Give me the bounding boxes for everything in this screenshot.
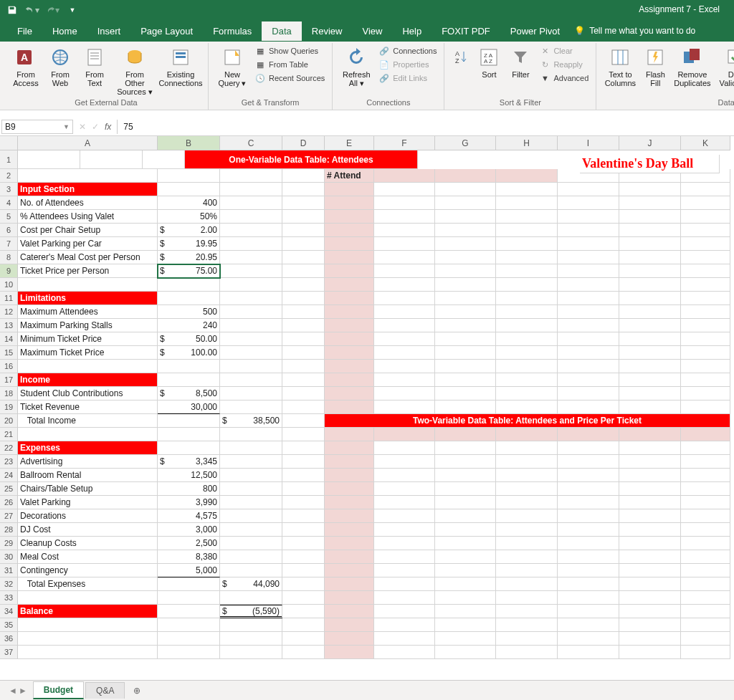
cell-A14[interactable]: Minimum Ticket Price [18, 332, 158, 346]
cell-E34[interactable] [325, 605, 374, 618]
cell-F21[interactable] [374, 428, 435, 441]
cell-H21[interactable] [496, 428, 558, 441]
cell-D7[interactable] [282, 237, 325, 251]
cell-D9[interactable] [282, 264, 325, 278]
cell-D5[interactable] [282, 210, 325, 224]
cell-F26[interactable] [374, 496, 435, 509]
cell-F14[interactable] [374, 332, 435, 346]
cell-H8[interactable] [496, 251, 558, 264]
cell-K16[interactable] [681, 360, 730, 373]
cell-B1[interactable] [18, 150, 80, 169]
cell-G36[interactable] [435, 632, 496, 646]
cell-G13[interactable] [435, 319, 496, 332]
col-header-E[interactable]: E [325, 136, 374, 150]
cell-E31[interactable] [325, 564, 374, 577]
formula-bar[interactable]: 75 [117, 120, 734, 134]
cell-H2[interactable] [496, 169, 558, 183]
cell-G15[interactable] [435, 346, 496, 360]
cell-C26[interactable] [220, 496, 282, 509]
cell-K18[interactable] [681, 387, 730, 401]
cell-H37[interactable] [496, 646, 558, 659]
cell-C11[interactable] [220, 292, 282, 305]
row-header-12[interactable]: 12 [0, 305, 18, 319]
cell-B16[interactable] [158, 360, 220, 373]
cell-H4[interactable] [496, 196, 558, 210]
cell-G12[interactable] [435, 305, 496, 319]
from-access-button[interactable]: AFrom Access [10, 44, 42, 89]
cell-G27[interactable] [435, 509, 496, 523]
cell-J8[interactable] [619, 251, 681, 264]
cell-H12[interactable] [496, 305, 558, 319]
cell-I10[interactable] [558, 278, 619, 292]
tab-home[interactable]: Home [42, 21, 87, 41]
cell-A9[interactable]: Ticket Price per Person [18, 264, 158, 278]
cell-I24[interactable] [558, 469, 619, 482]
sheet-tab-budget[interactable]: Budget [33, 681, 84, 699]
cell-A18[interactable]: Student Club Contributions [18, 387, 158, 401]
cell-K32[interactable] [681, 577, 730, 591]
cell-E8[interactable] [325, 251, 374, 264]
cell-C28[interactable] [220, 523, 282, 537]
cell-D30[interactable] [282, 550, 325, 564]
cell-I15[interactable] [558, 346, 619, 360]
cell-A32[interactable]: Total Expenses [18, 577, 158, 591]
cell-F3[interactable] [374, 183, 435, 196]
cell-C16[interactable] [220, 360, 282, 373]
cell-A10[interactable] [18, 278, 158, 292]
recent-sources-button[interactable]: 🕓Recent Sources [253, 72, 326, 85]
cell-F2[interactable] [374, 169, 435, 183]
row-header-16[interactable]: 16 [0, 360, 18, 373]
cell-B31[interactable]: 5,000 [158, 564, 220, 577]
cell-C17[interactable] [220, 373, 282, 387]
cell-D17[interactable] [282, 373, 325, 387]
cell-F11[interactable] [374, 292, 435, 305]
cell-E25[interactable] [325, 482, 374, 496]
row-header-23[interactable]: 23 [0, 455, 18, 469]
cell-B17[interactable] [158, 373, 220, 387]
col-header-F[interactable]: F [374, 136, 435, 150]
col-header-C[interactable]: C [220, 136, 282, 150]
data-table-1-header[interactable]: One-Variable Data Table: Attendees [185, 150, 418, 169]
cell-B6[interactable]: $2.00 [158, 224, 220, 237]
new-query-button[interactable]: New Query ▾ [214, 44, 250, 89]
cell-E21[interactable] [325, 428, 374, 441]
cell-A8[interactable]: Caterer's Meal Cost per Person [18, 251, 158, 264]
remove-dup-button[interactable]: Remove Duplicates [672, 44, 712, 89]
cell-J33[interactable] [619, 591, 681, 605]
cell-C10[interactable] [220, 278, 282, 292]
cell-A31[interactable]: Contingency [18, 564, 158, 577]
active-cell[interactable]: $75.00 [158, 264, 220, 278]
cell-G29[interactable] [435, 537, 496, 550]
cell-J32[interactable] [619, 577, 681, 591]
cell-A29[interactable]: Cleanup Costs [18, 537, 158, 550]
cell-H13[interactable] [496, 319, 558, 332]
cell-B28[interactable]: 3,000 [158, 523, 220, 537]
cell-E29[interactable] [325, 537, 374, 550]
select-all-corner[interactable] [0, 136, 18, 150]
sort-asc-button[interactable]: AZ [450, 44, 472, 70]
cell-D18[interactable] [282, 387, 325, 401]
cell-E30[interactable] [325, 550, 374, 564]
show-queries-button[interactable]: ▦Show Queries [253, 44, 326, 57]
cell-I13[interactable] [558, 319, 619, 332]
cell-H16[interactable] [496, 360, 558, 373]
cell-B20[interactable] [158, 414, 220, 428]
cell-F8[interactable] [374, 251, 435, 264]
cell-A28[interactable]: DJ Cost [18, 523, 158, 537]
cell-B7[interactable]: $19.95 [158, 237, 220, 251]
cell-J3[interactable] [619, 183, 681, 196]
cell-C12[interactable] [220, 305, 282, 319]
cell-F25[interactable] [374, 482, 435, 496]
cell-E36[interactable] [325, 632, 374, 646]
cell-J12[interactable] [619, 305, 681, 319]
cell-D11[interactable] [282, 292, 325, 305]
cell-F16[interactable] [374, 360, 435, 373]
redo-icon[interactable]: ▾ [43, 1, 62, 19]
row-header-14[interactable]: 14 [0, 332, 18, 346]
cell-K8[interactable] [681, 251, 730, 264]
cell-G3[interactable] [435, 183, 496, 196]
cell-K22[interactable] [681, 441, 730, 455]
cell-E35[interactable] [325, 618, 374, 632]
cell-E11[interactable] [325, 292, 374, 305]
cell-K28[interactable] [681, 523, 730, 537]
